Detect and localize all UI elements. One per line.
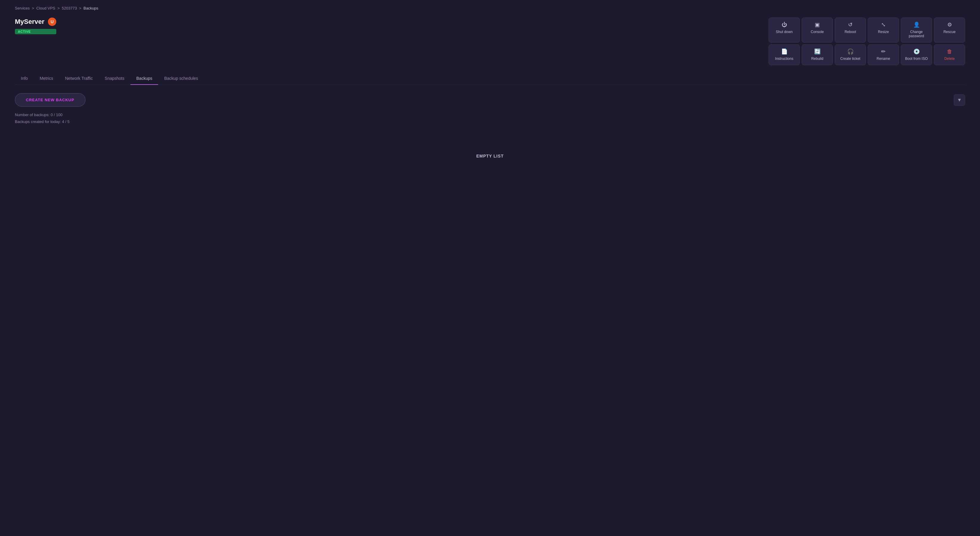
resize-label: Resize [878, 30, 889, 34]
reboot-button[interactable]: ↺ Reboot [835, 17, 866, 43]
delete-icon: 🗑 [947, 49, 952, 54]
boot-from-iso-label: Boot from ISO [905, 57, 928, 61]
resize-icon: ⤡ [881, 22, 886, 27]
breadcrumb-server-id[interactable]: 5203773 [62, 6, 77, 10]
console-label: Console [811, 30, 824, 34]
rescue-label: Rescue [943, 30, 956, 34]
backups-created-today: Backups created for today: 4 / 5 [15, 119, 965, 124]
os-icon: U [48, 17, 56, 26]
create-ticket-button[interactable]: 🎧 Create ticket [835, 45, 866, 65]
tabs-bar: Info Metrics Network Traffic Snapshots B… [15, 72, 965, 85]
rescue-icon: ⚙ [947, 22, 952, 27]
rename-icon: ✏ [881, 49, 886, 54]
tab-backup-schedules[interactable]: Backup schedules [158, 72, 204, 85]
breadcrumb-services[interactable]: Services [15, 6, 30, 10]
status-badge: ACTIVE [15, 29, 56, 34]
breadcrumb-backups: Backups [83, 6, 98, 10]
server-info: MyServer U ACTIVE [15, 17, 56, 34]
resize-button[interactable]: ⤡ Resize [868, 17, 899, 43]
shutdown-label: Shut down [776, 30, 793, 34]
shutdown-icon: ⏻ [782, 22, 787, 27]
reboot-label: Reboot [845, 30, 856, 34]
change-password-button[interactable]: 👤 Change password [901, 17, 932, 43]
backups-content: CREATE NEW BACKUP ▼ Number of backups: 0… [15, 93, 965, 158]
rename-label: Rename [877, 57, 890, 61]
server-header: MyServer U ACTIVE ⏻ Shut down ▣ Console … [15, 17, 965, 65]
filter-icon: ▼ [957, 97, 962, 103]
tab-info[interactable]: Info [15, 72, 33, 85]
instructions-icon: 📄 [781, 49, 788, 54]
boot-from-iso-icon: 💿 [913, 49, 920, 54]
create-ticket-icon: 🎧 [847, 49, 854, 54]
rebuild-icon: 🔄 [814, 49, 821, 54]
action-buttons-grid: ⏻ Shut down ▣ Console ↺ Reboot ⤡ Resize … [768, 17, 965, 65]
instructions-button[interactable]: 📄 Instructions [768, 45, 800, 65]
rescue-button[interactable]: ⚙ Rescue [934, 17, 965, 43]
boot-from-iso-button[interactable]: 💿 Boot from ISO [901, 45, 932, 65]
tab-backups[interactable]: Backups [130, 72, 158, 85]
rename-button[interactable]: ✏ Rename [868, 45, 899, 65]
create-ticket-label: Create ticket [840, 57, 860, 61]
rebuild-label: Rebuild [811, 57, 823, 61]
change-password-icon: 👤 [913, 22, 920, 27]
console-button[interactable]: ▣ Console [802, 17, 833, 43]
breadcrumb: Services > Cloud VPS > 5203773 > Backups [15, 6, 965, 10]
instructions-label: Instructions [775, 57, 793, 61]
empty-list-message: EMPTY LIST [15, 154, 965, 158]
change-password-label: Change password [904, 30, 929, 38]
server-name: MyServer [15, 18, 45, 25]
tab-snapshots[interactable]: Snapshots [99, 72, 130, 85]
rebuild-button[interactable]: 🔄 Rebuild [802, 45, 833, 65]
shutdown-button[interactable]: ⏻ Shut down [768, 17, 800, 43]
tab-metrics[interactable]: Metrics [33, 72, 59, 85]
tab-network-traffic[interactable]: Network Traffic [59, 72, 99, 85]
breadcrumb-cloud-vps[interactable]: Cloud VPS [36, 6, 56, 10]
create-new-backup-button[interactable]: CREATE NEW BACKUP [15, 93, 86, 107]
delete-label: Delete [944, 57, 955, 61]
delete-button[interactable]: 🗑 Delete [934, 45, 965, 65]
filter-button[interactable]: ▼ [954, 94, 965, 106]
number-of-backups: Number of backups: 0 / 100 [15, 113, 965, 117]
backups-top-bar: CREATE NEW BACKUP ▼ [15, 93, 965, 107]
server-name-row: MyServer U [15, 17, 56, 26]
reboot-icon: ↺ [848, 22, 853, 27]
console-icon: ▣ [815, 22, 820, 27]
